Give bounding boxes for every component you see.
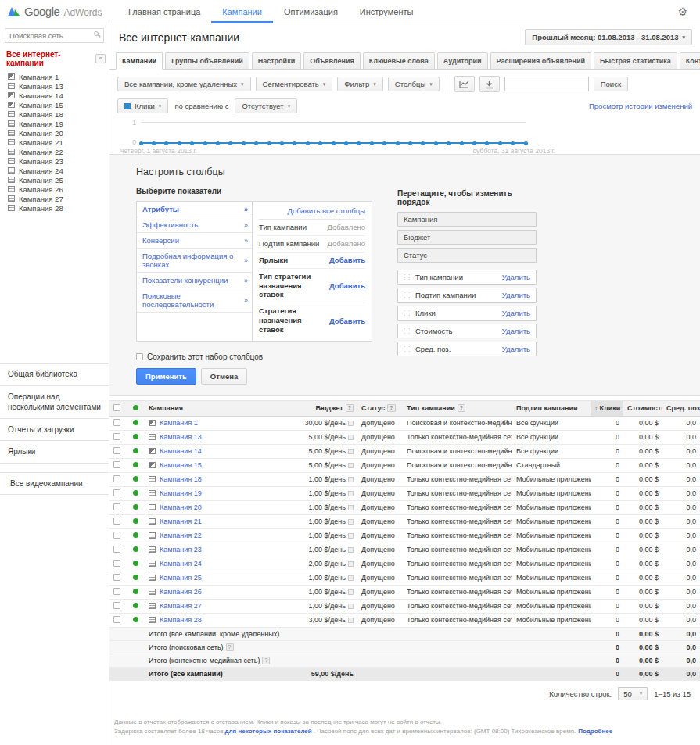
edit-budget-icon[interactable]	[348, 449, 354, 454]
sidebar-campaign-item[interactable]: Кампания 25	[0, 175, 109, 184]
draggable-column-box[interactable]: ⋮⋮Подтип кампанииУдалить	[397, 288, 537, 303]
table-search-input[interactable]	[504, 77, 589, 91]
sidebar-bottom-item[interactable]: Общая библиотека	[0, 364, 109, 386]
metric-category[interactable]: Показатели конкуренции»	[137, 273, 252, 288]
draggable-column-box[interactable]: ⋮⋮Сред. поз.Удалить	[397, 342, 537, 356]
sidebar-campaign-item[interactable]: Кампания 28	[0, 203, 109, 213]
campaign-link[interactable]: Кампания 15	[160, 461, 202, 469]
column-header[interactable]: Кампания	[145, 400, 282, 416]
campaign-filter-dropdown[interactable]: Все кампании, кроме удаленных ▾	[117, 77, 251, 91]
metric-category[interactable]: Атрибуты»	[137, 202, 252, 217]
sidebar-campaign-item[interactable]: Кампания 22	[0, 147, 109, 156]
help-icon[interactable]: ?	[458, 404, 465, 412]
row-checkbox[interactable]	[113, 574, 120, 581]
sidebar-campaign-item[interactable]: Кампания 15	[0, 100, 109, 109]
help-icon[interactable]: ?	[387, 404, 395, 412]
campaign-link[interactable]: Кампания 24	[160, 560, 202, 568]
edit-budget-icon[interactable]	[348, 519, 354, 525]
edit-budget-icon[interactable]	[348, 547, 354, 553]
campaign-link[interactable]: Кампания 13	[160, 433, 202, 441]
download-button[interactable]	[479, 76, 500, 92]
row-checkbox[interactable]	[113, 616, 120, 623]
edit-budget-icon[interactable]	[348, 561, 354, 567]
campaign-link[interactable]: Кампания 18	[160, 475, 202, 483]
campaign-link[interactable]: Кампания 23	[160, 546, 202, 553]
row-checkbox[interactable]	[113, 560, 120, 567]
sidebar-campaign-item[interactable]: Кампания 21	[0, 138, 109, 147]
apply-button[interactable]: Применить	[136, 368, 196, 385]
tab-item[interactable]: Быстрая статистика	[594, 52, 677, 70]
edit-budget-icon[interactable]	[348, 505, 354, 510]
sidebar-campaign-item[interactable]: Кампания 23	[0, 156, 109, 166]
edit-budget-icon[interactable]	[348, 477, 354, 482]
column-header[interactable]: Сред. поз.?	[662, 400, 700, 416]
row-checkbox[interactable]	[113, 419, 120, 426]
tab-item[interactable]: Ключевые слова	[363, 52, 435, 70]
row-checkbox[interactable]	[113, 433, 120, 440]
sidebar-campaign-item[interactable]: Кампания 26	[0, 184, 109, 194]
help-icon[interactable]: ?	[623, 404, 623, 412]
campaign-link[interactable]: Кампания 20	[160, 503, 202, 511]
metric-dropdown[interactable]: Клики ▾	[117, 98, 168, 113]
add-all-columns-link[interactable]: Добавить все столбцы	[287, 206, 365, 215]
metric-add-link[interactable]: Добавить	[329, 256, 365, 264]
metric-category[interactable]: Подробная информация о звонках»	[137, 249, 252, 273]
sidebar-search-input[interactable]	[5, 28, 104, 43]
row-checkbox[interactable]	[113, 503, 120, 510]
metrics-delay-link[interactable]: для некоторых показателей	[224, 728, 311, 735]
campaign-link[interactable]: Кампания 1	[160, 419, 198, 427]
edit-budget-icon[interactable]	[348, 575, 354, 581]
sidebar-campaign-item[interactable]: Кампания 19	[0, 119, 109, 128]
campaign-link[interactable]: Кампания 25	[160, 574, 202, 582]
help-icon[interactable]: ?	[262, 657, 270, 664]
row-checkbox[interactable]	[113, 475, 120, 482]
top-nav-item[interactable]: Главная страница	[117, 0, 211, 23]
sidebar-bottom-item[interactable]: Ярлыки	[0, 441, 109, 464]
edit-budget-icon[interactable]	[348, 618, 354, 623]
chart-toggle-button[interactable]	[454, 76, 475, 92]
help-icon[interactable]: ?	[346, 404, 354, 412]
draggable-column-box[interactable]: ⋮⋮КликиУдалить	[397, 306, 537, 321]
sidebar-campaign-item[interactable]: Кампания 18	[0, 109, 109, 119]
metric-category[interactable]: Конверсии»	[137, 233, 252, 249]
drag-handle-icon[interactable]: ⋮⋮	[401, 328, 411, 335]
metric-add-link[interactable]: Добавить	[329, 281, 365, 290]
edit-budget-icon[interactable]	[348, 463, 354, 468]
campaign-link[interactable]: Кампания 22	[160, 532, 202, 539]
column-header[interactable]: Подтип кампании	[512, 400, 591, 416]
sidebar-campaign-item[interactable]: Кампания 27	[0, 194, 109, 203]
column-header[interactable]: Статус?	[357, 400, 403, 416]
learn-more-link[interactable]: Подробнее	[578, 728, 612, 735]
draggable-column-box[interactable]: ⋮⋮СтоимостьУдалить	[397, 324, 537, 338]
tab-item[interactable]: Объявления	[303, 52, 361, 70]
campaign-link[interactable]: Кампания 27	[160, 602, 202, 610]
columns-button[interactable]: Столбцы ▾	[388, 77, 440, 91]
column-header[interactable]: Бюджет?	[282, 400, 357, 416]
save-columns-checkbox[interactable]	[136, 353, 143, 360]
gear-icon[interactable]: ⚙	[677, 5, 687, 18]
row-checkbox[interactable]	[113, 588, 120, 595]
metric-add-link[interactable]: Добавить	[329, 317, 365, 325]
sidebar-bottom-item[interactable]: Отчеты и загрузки	[0, 419, 109, 442]
remove-column-link[interactable]: Удалить	[502, 273, 530, 281]
tab-item[interactable]: Настройки	[252, 52, 301, 70]
sidebar-campaign-item[interactable]: Кампания 1	[0, 72, 109, 81]
select-all-checkbox[interactable]	[113, 404, 120, 411]
search-button[interactable]: Поиск	[594, 77, 628, 91]
campaign-link[interactable]: Кампания 19	[160, 489, 202, 497]
metric-category[interactable]: Поисковые последовательности»	[137, 288, 252, 313]
drag-handle-icon[interactable]: ⋮⋮	[401, 346, 411, 353]
tab-item[interactable]: Группы объявлений	[165, 52, 249, 70]
draggable-column-box[interactable]: ⋮⋮Тип кампанииУдалить	[397, 270, 537, 285]
cancel-button[interactable]: Отмена	[201, 368, 247, 385]
sidebar-collapse-icon[interactable]: «	[95, 54, 106, 63]
campaign-link[interactable]: Кампания 14	[160, 447, 202, 455]
change-history-link[interactable]: Просмотр истории изменений	[589, 102, 692, 110]
remove-column-link[interactable]: Удалить	[502, 327, 530, 335]
edit-budget-icon[interactable]	[348, 491, 354, 496]
filter-button[interactable]: Фильтр ▾	[337, 77, 382, 91]
date-range-button[interactable]: Прошлый месяц: 01.08.2013 - 31.08.2013 ▾	[525, 29, 692, 45]
edit-budget-icon[interactable]	[348, 435, 354, 440]
row-checkbox[interactable]	[113, 602, 120, 609]
top-nav-item[interactable]: Оптимизация	[273, 0, 349, 23]
